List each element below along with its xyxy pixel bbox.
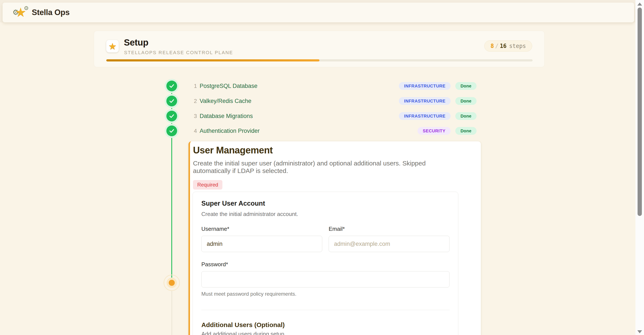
password-label: Password* (201, 261, 450, 268)
step-3-check-circle (165, 109, 179, 123)
check-icon (169, 113, 174, 119)
setup-title: Setup (124, 37, 148, 48)
step-title[interactable]: Authentication Provider (200, 128, 260, 134)
setup-progress-bar (106, 59, 532, 62)
username-input[interactable] (201, 236, 322, 252)
status-badge: Done (455, 112, 476, 120)
email-input[interactable] (329, 236, 450, 252)
step-4-check-circle (165, 124, 179, 138)
top-bar: ⚙ ⚙ ★ Stella Ops (2, 3, 634, 22)
step-2-check-circle (165, 94, 179, 108)
steps-slash: / (495, 43, 499, 49)
steps-total-count: 16 (500, 43, 506, 49)
step-title[interactable]: PostgreSQL Database (200, 83, 258, 89)
category-badge: INFRASTRUCTURE (399, 97, 450, 105)
step-row-authentication-provider[interactable]: 4 Authentication Provider SECURITY Done (189, 124, 476, 138)
star-icon: ★ (108, 41, 116, 52)
scrollbar-thumb[interactable] (638, 8, 642, 216)
section-title: User Management (192, 145, 476, 156)
category-badge: INFRASTRUCTURE (399, 112, 450, 120)
timeline-line-upcoming (172, 290, 172, 335)
additional-users-subheading: Add additional users during setup. (201, 331, 450, 335)
scrollbar-up-icon[interactable] (637, 3, 642, 6)
setup-header-card: ★ Setup STELLAOPS RELEASE CONTROL PLANE … (94, 31, 544, 67)
setup-subtitle: STELLAOPS RELEASE CONTROL PLANE (124, 50, 233, 56)
step-number: 3 (189, 113, 200, 120)
category-badge: INFRASTRUCTURE (399, 82, 450, 90)
setup-logo-icon: ★ (106, 40, 119, 53)
category-badge: SECURITY (418, 127, 450, 135)
check-icon (169, 98, 174, 104)
password-helper-text: Must meet password policy requirements. (201, 291, 450, 297)
section-description: Create the initial super user (administr… (192, 159, 458, 174)
steps-suffix: steps (509, 43, 526, 49)
check-icon (169, 83, 174, 89)
step-1-check-circle (165, 79, 179, 93)
step-number: 2 (189, 98, 200, 104)
super-user-subheading: Create the initial administrator account… (201, 211, 450, 217)
star-icon: ★ (15, 5, 26, 20)
scrollbar-down-icon[interactable] (637, 330, 642, 333)
steps-count-badge: 8 / 16 steps (484, 40, 532, 52)
password-field-group: Password* Must meet password policy requ… (201, 261, 450, 297)
step-title[interactable]: Valkey/Redis Cache (200, 98, 251, 104)
step-row-valkey-redis-cache[interactable]: 2 Valkey/Redis Cache INFRASTRUCTURE Done (189, 94, 476, 108)
stella-ops-logo-icon: ⚙ ⚙ ★ (14, 6, 27, 19)
required-badge: Required (193, 180, 222, 190)
email-label: Email* (329, 226, 450, 232)
steps-done-count: 8 (490, 43, 494, 49)
check-icon (169, 128, 174, 134)
status-badge: Done (455, 82, 476, 90)
status-badge: Done (455, 127, 476, 135)
step-number: 4 (189, 128, 200, 134)
username-field-group: Username* (201, 226, 322, 252)
setup-progress-fill (106, 59, 320, 62)
step-number: 1 (189, 83, 200, 89)
current-step-indicator-dot (169, 280, 175, 286)
super-user-heading: Super User Account (201, 200, 450, 207)
super-user-form-card: Super User Account Create the initial ad… (192, 192, 458, 335)
username-label: Username* (201, 226, 322, 232)
user-management-card: User Management Create the initial super… (188, 141, 481, 335)
additional-users-heading: Additional Users (Optional) (201, 321, 450, 328)
email-field-group: Email* (329, 226, 450, 252)
step-row-postgresql-database[interactable]: 1 PostgreSQL Database INFRASTRUCTURE Don… (189, 79, 476, 93)
scrollbar-track[interactable] (636, 0, 644, 335)
brand-title: Stella Ops (32, 8, 70, 17)
step-row-database-migrations[interactable]: 3 Database Migrations INFRASTRUCTURE Don… (189, 109, 476, 123)
password-input[interactable] (201, 271, 450, 287)
status-badge: Done (455, 97, 476, 105)
step-title[interactable]: Database Migrations (200, 113, 253, 120)
